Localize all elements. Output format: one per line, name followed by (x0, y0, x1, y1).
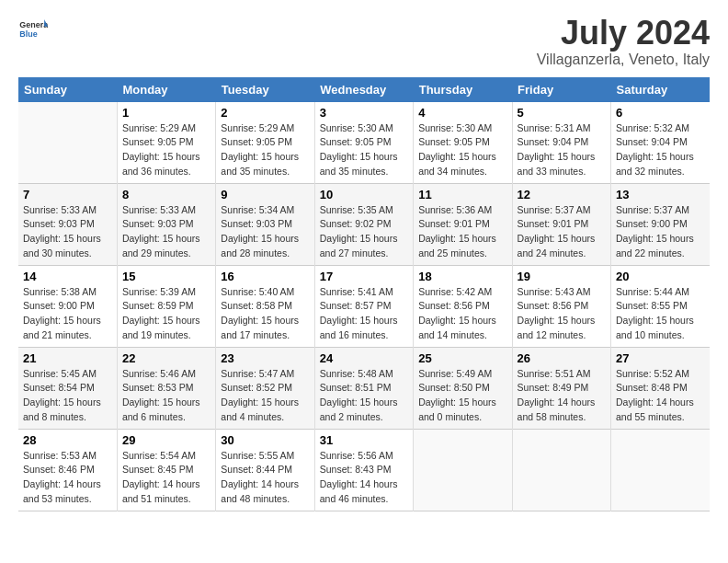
calendar-cell: 9Sunrise: 5:34 AM Sunset: 9:03 PM Daylig… (216, 183, 314, 265)
calendar-cell: 16Sunrise: 5:40 AM Sunset: 8:58 PM Dayli… (216, 265, 314, 347)
day-number: 11 (418, 188, 506, 201)
calendar-cell: 28Sunrise: 5:53 AM Sunset: 8:46 PM Dayli… (18, 429, 117, 511)
calendar-cell: 13Sunrise: 5:37 AM Sunset: 9:00 PM Dayli… (611, 183, 710, 265)
day-number: 10 (320, 188, 408, 201)
day-info: Sunrise: 5:32 AM Sunset: 9:04 PM Dayligh… (616, 121, 705, 179)
calendar-row: 14Sunrise: 5:38 AM Sunset: 9:00 PM Dayli… (18, 265, 710, 347)
calendar-cell: 29Sunrise: 5:54 AM Sunset: 8:45 PM Dayli… (117, 429, 215, 511)
calendar-cell (512, 429, 610, 511)
day-info: Sunrise: 5:34 AM Sunset: 9:03 PM Dayligh… (221, 203, 309, 261)
day-info: Sunrise: 5:48 AM Sunset: 8:51 PM Dayligh… (320, 367, 408, 425)
day-number: 3 (320, 106, 408, 120)
day-number: 22 (122, 351, 210, 365)
day-number: 30 (221, 433, 309, 447)
svg-text:General: General (19, 20, 48, 29)
day-number: 12 (518, 188, 606, 201)
calendar-cell: 10Sunrise: 5:35 AM Sunset: 9:02 PM Dayli… (314, 183, 413, 265)
calendar-cell: 17Sunrise: 5:41 AM Sunset: 8:57 PM Dayli… (314, 265, 413, 347)
header-cell-sunday: Sunday (18, 77, 117, 102)
day-number: 16 (221, 270, 309, 283)
day-number: 13 (616, 188, 705, 201)
calendar-cell: 1Sunrise: 5:29 AM Sunset: 9:05 PM Daylig… (117, 102, 215, 184)
header-cell-saturday: Saturday (611, 77, 710, 102)
day-number: 17 (320, 270, 408, 283)
day-number: 20 (616, 270, 705, 283)
day-info: Sunrise: 5:40 AM Sunset: 8:58 PM Dayligh… (221, 285, 309, 343)
calendar-cell: 20Sunrise: 5:44 AM Sunset: 8:55 PM Dayli… (611, 265, 710, 347)
day-info: Sunrise: 5:29 AM Sunset: 9:05 PM Dayligh… (122, 121, 210, 179)
calendar-row: 21Sunrise: 5:45 AM Sunset: 8:54 PM Dayli… (18, 347, 710, 429)
day-info: Sunrise: 5:37 AM Sunset: 9:00 PM Dayligh… (616, 203, 705, 261)
calendar-cell: 3Sunrise: 5:30 AM Sunset: 9:05 PM Daylig… (314, 102, 413, 184)
calendar-cell: 25Sunrise: 5:49 AM Sunset: 8:50 PM Dayli… (414, 347, 512, 429)
day-info: Sunrise: 5:51 AM Sunset: 8:49 PM Dayligh… (518, 367, 606, 425)
day-info: Sunrise: 5:31 AM Sunset: 9:04 PM Dayligh… (518, 121, 606, 179)
calendar-row: 7Sunrise: 5:33 AM Sunset: 9:03 PM Daylig… (18, 183, 710, 265)
day-info: Sunrise: 5:45 AM Sunset: 8:54 PM Dayligh… (23, 367, 112, 425)
calendar-cell: 19Sunrise: 5:43 AM Sunset: 8:56 PM Dayli… (512, 265, 610, 347)
day-info: Sunrise: 5:46 AM Sunset: 8:53 PM Dayligh… (122, 367, 210, 425)
header-cell-tuesday: Tuesday (216, 77, 314, 102)
header-cell-wednesday: Wednesday (314, 77, 413, 102)
day-info: Sunrise: 5:38 AM Sunset: 9:00 PM Dayligh… (23, 285, 112, 343)
day-info: Sunrise: 5:36 AM Sunset: 9:01 PM Dayligh… (418, 203, 506, 261)
day-number: 21 (23, 351, 112, 365)
calendar-cell: 21Sunrise: 5:45 AM Sunset: 8:54 PM Dayli… (18, 347, 117, 429)
day-number: 27 (616, 351, 705, 365)
day-number: 25 (418, 351, 506, 365)
day-info: Sunrise: 5:55 AM Sunset: 8:44 PM Dayligh… (221, 449, 309, 507)
calendar-cell: 23Sunrise: 5:47 AM Sunset: 8:52 PM Dayli… (216, 347, 314, 429)
day-info: Sunrise: 5:37 AM Sunset: 9:01 PM Dayligh… (518, 203, 606, 261)
day-info: Sunrise: 5:52 AM Sunset: 8:48 PM Dayligh… (616, 367, 705, 425)
calendar-cell: 26Sunrise: 5:51 AM Sunset: 8:49 PM Dayli… (512, 347, 610, 429)
calendar-cell: 2Sunrise: 5:29 AM Sunset: 9:05 PM Daylig… (216, 102, 314, 184)
calendar-cell: 7Sunrise: 5:33 AM Sunset: 9:03 PM Daylig… (18, 183, 117, 265)
day-number: 26 (518, 351, 606, 365)
calendar-cell: 18Sunrise: 5:42 AM Sunset: 8:56 PM Dayli… (414, 265, 512, 347)
calendar-cell (18, 102, 117, 184)
day-info: Sunrise: 5:30 AM Sunset: 9:05 PM Dayligh… (320, 121, 408, 179)
day-info: Sunrise: 5:30 AM Sunset: 9:05 PM Dayligh… (418, 121, 506, 179)
day-info: Sunrise: 5:54 AM Sunset: 8:45 PM Dayligh… (122, 449, 210, 507)
svg-text:Blue: Blue (19, 29, 37, 39)
day-info: Sunrise: 5:29 AM Sunset: 9:05 PM Dayligh… (221, 121, 309, 179)
calendar-cell: 30Sunrise: 5:55 AM Sunset: 8:44 PM Dayli… (216, 429, 314, 511)
calendar-cell: 11Sunrise: 5:36 AM Sunset: 9:01 PM Dayli… (414, 183, 512, 265)
day-info: Sunrise: 5:39 AM Sunset: 8:59 PM Dayligh… (122, 285, 210, 343)
calendar-cell: 12Sunrise: 5:37 AM Sunset: 9:01 PM Dayli… (512, 183, 610, 265)
day-info: Sunrise: 5:56 AM Sunset: 8:43 PM Dayligh… (320, 449, 408, 507)
day-number: 31 (320, 433, 408, 447)
day-number: 14 (23, 270, 112, 283)
day-number: 7 (23, 188, 112, 201)
calendar-cell: 6Sunrise: 5:32 AM Sunset: 9:04 PM Daylig… (611, 102, 710, 184)
day-info: Sunrise: 5:49 AM Sunset: 8:50 PM Dayligh… (418, 367, 506, 425)
calendar-cell: 5Sunrise: 5:31 AM Sunset: 9:04 PM Daylig… (512, 102, 610, 184)
header-cell-thursday: Thursday (414, 77, 512, 102)
calendar-cell: 31Sunrise: 5:56 AM Sunset: 8:43 PM Dayli… (314, 429, 413, 511)
day-number: 15 (122, 270, 210, 283)
day-info: Sunrise: 5:41 AM Sunset: 8:57 PM Dayligh… (320, 285, 408, 343)
calendar-cell: 24Sunrise: 5:48 AM Sunset: 8:51 PM Dayli… (314, 347, 413, 429)
day-number: 29 (122, 433, 210, 447)
title-block: July 2024 Villaganzerla, Veneto, Italy (537, 15, 710, 68)
day-number: 8 (122, 188, 210, 201)
day-number: 5 (518, 106, 606, 120)
calendar-cell: 8Sunrise: 5:33 AM Sunset: 9:03 PM Daylig… (117, 183, 215, 265)
day-number: 4 (418, 106, 506, 120)
calendar-cell (611, 429, 710, 511)
calendar-cell (414, 429, 512, 511)
main-title: July 2024 (537, 15, 710, 52)
header-cell-monday: Monday (117, 77, 215, 102)
subtitle: Villaganzerla, Veneto, Italy (537, 52, 710, 68)
day-number: 9 (221, 188, 309, 201)
day-info: Sunrise: 5:33 AM Sunset: 9:03 PM Dayligh… (23, 203, 112, 261)
day-number: 6 (616, 106, 705, 120)
calendar-row: 28Sunrise: 5:53 AM Sunset: 8:46 PM Dayli… (18, 429, 710, 511)
day-number: 23 (221, 351, 309, 365)
calendar-row: 1Sunrise: 5:29 AM Sunset: 9:05 PM Daylig… (18, 102, 710, 184)
day-number: 19 (518, 270, 606, 283)
calendar-cell: 22Sunrise: 5:46 AM Sunset: 8:53 PM Dayli… (117, 347, 215, 429)
day-info: Sunrise: 5:33 AM Sunset: 9:03 PM Dayligh… (122, 203, 210, 261)
logo: General Blue (18, 15, 48, 44)
day-number: 24 (320, 351, 408, 365)
